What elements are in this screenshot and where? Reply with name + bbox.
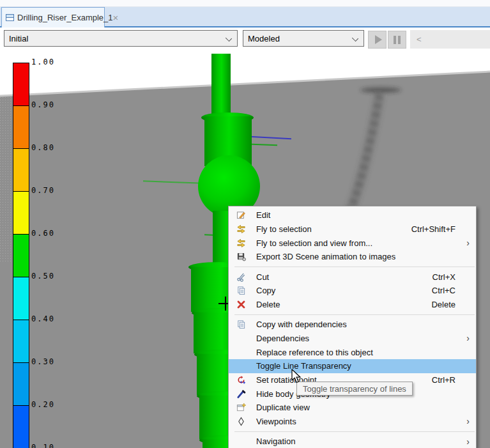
color-legend-bar <box>13 63 29 448</box>
document-icon <box>6 14 14 21</box>
menu-item-shortcut: Ctrl+Shift+F <box>411 224 456 234</box>
viewpoints-icon <box>233 417 249 426</box>
menu-separator <box>229 264 476 270</box>
legend-tick-label: 1.00 <box>31 58 55 66</box>
menu-item-label: Toggle Line Transparency <box>256 361 351 371</box>
legend-tick-label: 0.80 <box>31 143 55 152</box>
menu-item-label: Navigation <box>256 436 295 446</box>
legend-tick-label: 0.20 <box>31 400 55 409</box>
close-icon[interactable]: × <box>113 13 119 22</box>
legend-tick-label: 0.60 <box>31 229 55 238</box>
legend-segment <box>13 406 29 448</box>
menu-item-label: Export 3D Scene animation to images <box>256 252 395 261</box>
menu-item-label: Viewpoints <box>256 417 296 426</box>
menu-item-label: Fly to selection <box>256 224 312 234</box>
submenu-arrow-icon: › <box>466 417 470 426</box>
submenu-arrow-icon: › <box>466 437 470 446</box>
legend-segment <box>13 106 29 149</box>
menu-item-shortcut: Delete <box>431 300 456 309</box>
menu-item-toggle-line-transparency[interactable]: Toggle Line Transparency <box>229 359 476 373</box>
submenu-arrow-icon: › <box>466 334 470 343</box>
set-rotation-icon <box>233 375 249 385</box>
legend-segment <box>13 63 29 106</box>
pause-button[interactable] <box>388 31 406 49</box>
chevron-down-icon <box>352 35 358 42</box>
menu-item-fly-to-selection-and-view-from[interactable]: Fly to selection and view from...› <box>229 236 476 250</box>
window-top-strip <box>0 0 490 7</box>
edit-icon <box>233 210 249 220</box>
tab-title: Drilling_Riser_Example_1 <box>17 13 113 22</box>
menu-item-label: Copy <box>256 286 275 295</box>
fly-to-icon <box>233 238 249 248</box>
application-window: Drilling_Riser_Example_1 × Initial Model… <box>0 0 490 448</box>
view-state-select[interactable]: Initial <box>4 30 238 47</box>
chevron-down-icon <box>226 35 232 42</box>
menu-item-navigation[interactable]: Navigation› <box>229 435 476 448</box>
legend-segment <box>13 149 29 192</box>
tooltip: Toggle transparency of lines <box>296 382 413 396</box>
menu-item-duplicate-view[interactable]: Duplicate view <box>229 401 476 415</box>
menu-item-label: Delete <box>256 300 280 309</box>
menu-item-export-3d-scene-animation-to-images[interactable]: Export 3D Scene animation to images <box>229 250 476 264</box>
legend-tick-label: 0.10 <box>31 443 55 448</box>
menu-item-dependencies[interactable]: Dependencies› <box>229 332 476 346</box>
menu-item-shortcut: Ctrl+X <box>433 272 456 282</box>
mode-value: Modeled <box>248 34 280 43</box>
legend-tick-label: 0.70 <box>31 186 55 195</box>
context-menu: EditFly to selectionCtrl+Shift+FFly to s… <box>228 206 477 448</box>
cut-icon <box>233 272 249 282</box>
scroll-left-arrow-icon: < <box>417 35 422 44</box>
legend-segment <box>13 363 29 406</box>
menu-item-shortcut: Ctrl+C <box>432 286 456 295</box>
legend-tick-label: 0.40 <box>31 314 55 323</box>
menu-item-delete[interactable]: DeleteDelete <box>229 298 476 312</box>
export-images-icon <box>233 252 249 261</box>
submenu-arrow-icon: › <box>466 238 470 247</box>
play-button[interactable] <box>368 31 387 49</box>
tab-drilling-riser-example[interactable]: Drilling_Riser_Example_1 × <box>1 7 105 27</box>
menu-item-viewpoints[interactable]: Viewpoints› <box>229 415 476 429</box>
menu-item-copy[interactable]: CopyCtrl+C <box>229 284 476 298</box>
mode-select[interactable]: Modeled <box>243 30 364 47</box>
copy-icon <box>233 286 249 295</box>
copy-icon <box>233 320 249 329</box>
hide-geometry-icon <box>233 389 249 399</box>
legend-tick-label: 0.30 <box>31 357 55 366</box>
mouse-cursor-icon <box>291 369 303 384</box>
menu-item-label: Replace reference to this object <box>256 348 373 357</box>
menu-separator <box>229 311 476 318</box>
menu-item-label: Dependencies <box>256 334 309 343</box>
menu-item-cut[interactable]: CutCtrl+X <box>229 270 476 284</box>
legend-segment <box>13 235 29 277</box>
duplicate-view-icon <box>233 403 249 412</box>
delete-icon <box>233 300 249 309</box>
legend-segment <box>13 320 29 363</box>
menu-item-label: Cut <box>256 272 269 282</box>
legend-segment <box>13 192 29 235</box>
menu-item-label: Copy with dependencies <box>256 320 347 329</box>
menu-item-edit[interactable]: Edit <box>229 208 476 222</box>
menu-item-copy-with-dependencies[interactable]: Copy with dependencies <box>229 318 476 332</box>
pause-icon <box>394 36 401 44</box>
menu-item-shortcut: Ctrl+R <box>432 375 456 385</box>
menu-separator <box>229 428 476 435</box>
play-icon <box>375 35 382 44</box>
legend-tick-label: 0.90 <box>31 100 55 109</box>
menu-item-label: Fly to selection and view from... <box>256 238 372 248</box>
menu-item-fly-to-selection[interactable]: Fly to selectionCtrl+Shift+F <box>229 222 476 236</box>
menu-item-replace-reference-to-this-object[interactable]: Replace reference to this object <box>229 345 476 359</box>
crosshair-icon <box>225 297 226 311</box>
fly-to-icon <box>233 224 249 234</box>
view-state-value: Initial <box>9 34 28 43</box>
riser-segment <box>211 54 231 116</box>
legend-segment <box>13 277 29 320</box>
menu-item-label: Edit <box>256 210 270 220</box>
legend-tick-label: 0.50 <box>31 272 55 281</box>
menu-item-label: Duplicate view <box>256 403 310 412</box>
timeline-scrollbar[interactable]: < <box>410 30 490 49</box>
toolbar: Initial Modeled < <box>0 27 490 54</box>
tooltip-text: Toggle transparency of lines <box>303 384 406 394</box>
